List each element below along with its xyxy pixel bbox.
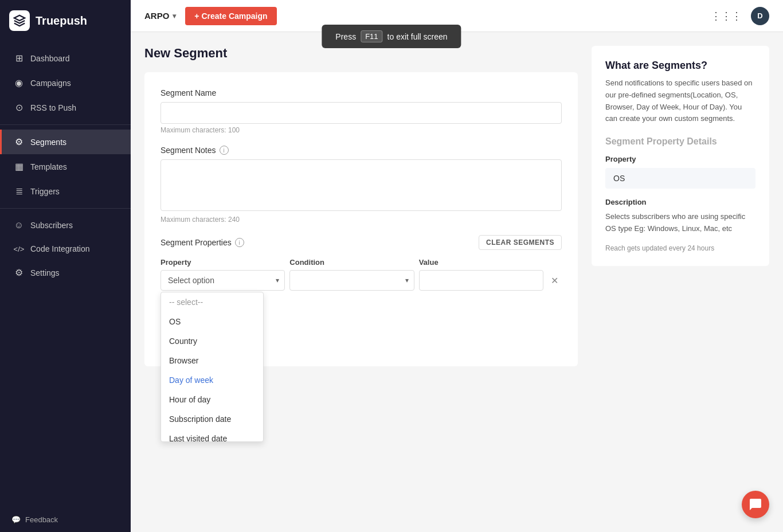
sidebar-item-label: Segments xyxy=(30,138,66,147)
info-panel: What are Segments? Send notifications to… xyxy=(592,46,769,266)
property-detail-label: Property xyxy=(605,155,755,163)
property-select-wrapper: Select option OS Country Browser Day of … xyxy=(160,270,285,291)
info-panel-description: Send notifications to specific users bas… xyxy=(605,77,755,125)
info-panel-title: What are Segments? xyxy=(605,60,755,72)
sidebar-item-segments[interactable]: ⚙ Segments xyxy=(0,130,131,154)
dropdown-item-country[interactable]: Country xyxy=(161,331,263,351)
workspace-selector[interactable]: ARPO ▾ xyxy=(144,11,176,21)
chat-bubble[interactable] xyxy=(742,491,769,518)
templates-icon: ▦ xyxy=(13,161,25,172)
reach-note: Reach gets updated every 24 hours xyxy=(605,244,755,252)
form-card: Segment Name Maximum characters: 100 Seg… xyxy=(144,72,578,366)
remove-row-button[interactable]: ✕ xyxy=(548,275,562,286)
segment-name-input[interactable] xyxy=(160,102,562,124)
dropdown-item-select[interactable]: -- select-- xyxy=(161,292,263,312)
dashboard-icon: ⊞ xyxy=(13,53,25,64)
description-detail-label: Description xyxy=(605,198,755,206)
feedback-label: Feedback xyxy=(25,515,58,524)
segments-icon: ⚙ xyxy=(13,136,25,147)
sidebar-item-label: Templates xyxy=(30,162,67,171)
header-left: ARPO ▾ + Create Campaign xyxy=(144,7,277,25)
segment-name-label: Segment Name xyxy=(160,88,562,97)
banner-text-after: to exit full screen xyxy=(387,32,448,41)
workspace-name: ARPO xyxy=(144,11,169,21)
condition-col-header: Condition xyxy=(289,258,414,267)
content-area: New Segment Segment Name Maximum charact… xyxy=(131,32,783,532)
condition-select-wrapper: ▾ xyxy=(289,270,414,291)
avatar[interactable]: D xyxy=(751,7,769,25)
value-input[interactable] xyxy=(419,270,543,291)
content-left: New Segment Segment Name Maximum charact… xyxy=(144,46,578,518)
dropdown-item-os[interactable]: OS xyxy=(161,312,263,331)
sidebar-feedback[interactable]: 💬 Feedback xyxy=(0,507,131,532)
sidebar-item-label: Settings xyxy=(30,268,60,277)
sidebar-item-campaigns[interactable]: ◉ Campaigns xyxy=(0,71,131,95)
sidebar-item-rss-to-push[interactable]: ⊙ RSS to Push xyxy=(0,95,131,120)
campaigns-icon: ◉ xyxy=(13,77,25,88)
sidebar-item-dashboard[interactable]: ⊞ Dashboard xyxy=(0,46,131,71)
grid-icon[interactable]: ⋮⋮⋮ xyxy=(711,10,742,22)
create-campaign-button[interactable]: + Create Campaign xyxy=(185,7,276,25)
fullscreen-key: F11 xyxy=(361,30,382,42)
header-right: ⋮⋮⋮ D xyxy=(711,7,769,25)
dropdown-item-browser[interactable]: Browser xyxy=(161,351,263,370)
sidebar-item-label: Dashboard xyxy=(30,54,70,63)
chevron-down-icon: ▾ xyxy=(173,12,176,20)
banner-text-before: Press xyxy=(335,32,356,41)
segment-property-details-title: Segment Property Details xyxy=(605,136,755,147)
dropdown-item-subscription-date[interactable]: Subscription date xyxy=(161,409,263,429)
segment-name-char-limit: Maximum characters: 100 xyxy=(160,126,562,134)
description-detail-value: Selects subscribers who are using specif… xyxy=(605,211,755,235)
rss-icon: ⊙ xyxy=(13,102,25,113)
sidebar-item-label: Code Integration xyxy=(30,244,90,253)
segment-notes-char-limit: Maximum characters: 240 xyxy=(160,216,562,224)
dropdown-item-day-of-week[interactable]: Day of week xyxy=(161,370,263,390)
property-detail-value: OS xyxy=(605,168,755,189)
sidebar-item-label: Subscribers xyxy=(30,221,73,230)
sidebar-logo: Truepush xyxy=(0,0,131,41)
sidebar-item-templates[interactable]: ▦ Templates xyxy=(0,154,131,179)
sidebar: Truepush ⊞ Dashboard ◉ Campaigns ⊙ RSS t… xyxy=(0,0,131,532)
clear-segments-button[interactable]: CLEAR SEGMENTS xyxy=(479,235,562,250)
feedback-icon: 💬 xyxy=(11,515,21,524)
segment-notes-textarea[interactable] xyxy=(160,159,562,211)
property-col-header: Property xyxy=(160,258,285,267)
sidebar-navigation: ⊞ Dashboard ◉ Campaigns ⊙ RSS to Push ⚙ … xyxy=(0,41,131,507)
sidebar-item-label: Triggers xyxy=(30,187,60,196)
settings-icon: ⚙ xyxy=(13,267,25,278)
condition-select[interactable] xyxy=(289,270,414,291)
main-area: ARPO ▾ + Create Campaign ⋮⋮⋮ D Press F11… xyxy=(131,0,783,532)
property-select[interactable]: Select option OS Country Browser Day of … xyxy=(160,270,285,291)
dropdown-item-last-visited-date[interactable]: Last visited date xyxy=(161,429,263,441)
sidebar-item-triggers[interactable]: ≣ Triggers xyxy=(0,179,131,204)
triggers-icon: ≣ xyxy=(13,186,25,197)
logo-text: Truepush xyxy=(36,14,87,28)
fullscreen-banner: Press F11 to exit full screen xyxy=(322,25,461,48)
sidebar-item-settings[interactable]: ⚙ Settings xyxy=(0,260,131,285)
subscribers-icon: ☺ xyxy=(13,220,25,230)
sidebar-item-label: Campaigns xyxy=(30,79,71,88)
segment-props-info-icon[interactable]: i xyxy=(235,238,244,247)
segment-notes-label: Segment Notes i xyxy=(160,146,562,155)
sidebar-item-subscribers[interactable]: ☺ Subscribers xyxy=(0,213,131,237)
segment-notes-info-icon[interactable]: i xyxy=(220,146,229,155)
nav-divider-2 xyxy=(0,208,131,209)
dropdown-scroll: -- select--OSCountryBrowserDay of weekHo… xyxy=(161,292,263,441)
segment-notes-group: Segment Notes i Maximum characters: 240 xyxy=(160,146,562,224)
segment-name-group: Segment Name Maximum characters: 100 xyxy=(160,88,562,134)
logo-icon xyxy=(9,10,30,31)
sidebar-item-code-integration[interactable]: </> Code Integration xyxy=(0,237,131,260)
content-right: What are Segments? Send notifications to… xyxy=(592,46,769,518)
sidebar-item-label: RSS to Push xyxy=(30,103,76,112)
segment-props-header: Segment Properties i CLEAR SEGMENTS xyxy=(160,235,562,250)
value-col-header: Value xyxy=(419,258,543,267)
code-icon: </> xyxy=(13,245,25,253)
dropdown-item-hour-of-day[interactable]: Hour of day xyxy=(161,390,263,409)
property-dropdown: -- select--OSCountryBrowserDay of weekHo… xyxy=(160,292,264,442)
nav-divider xyxy=(0,124,131,125)
props-table-header: Property Condition Value xyxy=(160,258,562,270)
segment-props-label: Segment Properties i xyxy=(160,238,244,247)
props-table-row: Select option OS Country Browser Day of … xyxy=(160,270,562,291)
segment-properties-group: Segment Properties i CLEAR SEGMENTS Prop… xyxy=(160,235,562,307)
